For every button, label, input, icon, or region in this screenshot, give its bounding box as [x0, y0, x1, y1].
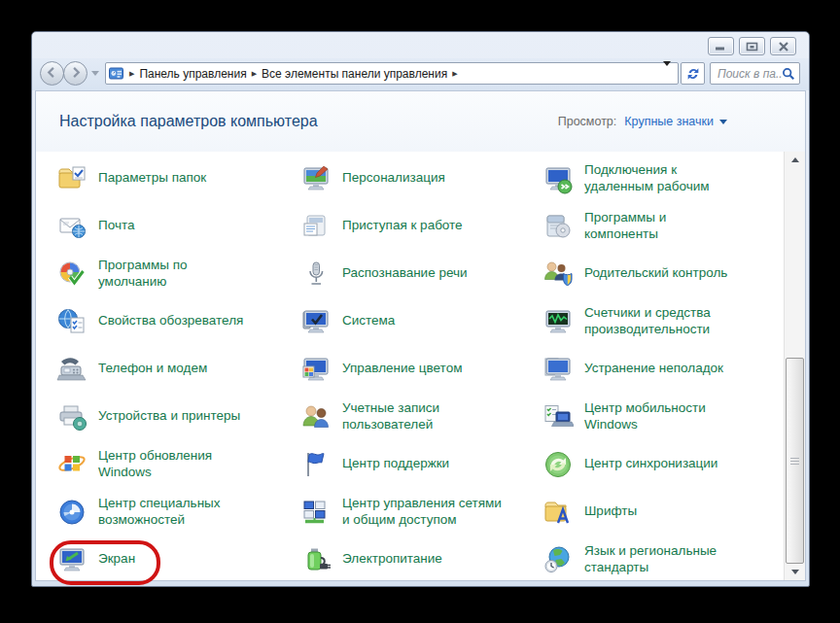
scroll-up-button[interactable] — [785, 152, 805, 168]
view-label: Просмотр: — [558, 115, 617, 128]
maximize-icon — [746, 42, 758, 52]
close-button[interactable] — [770, 37, 796, 55]
minimize-button[interactable] — [708, 37, 734, 55]
item-label: Учетные записи пользователей — [342, 400, 439, 433]
search-icon — [782, 67, 795, 81]
mobility-center-icon — [542, 401, 574, 433]
refresh-button[interactable] — [681, 62, 705, 85]
fonts-icon — [542, 497, 574, 528]
item-label: Подключения к удаленным рабочим — [584, 162, 710, 194]
troubleshooting-icon — [542, 354, 574, 385]
item-label: Родительский контроль — [584, 265, 727, 281]
breadcrumb-separator-icon: ▶ — [252, 70, 257, 78]
item-label: Центр поддержки — [342, 456, 449, 471]
item-region-language[interactable]: Язык и региональные стандарты — [542, 536, 784, 583]
devices-printers-icon — [56, 401, 88, 433]
item-action-center[interactable]: Центр поддержки — [300, 440, 542, 488]
parental-controls-icon — [542, 259, 574, 290]
title-bar[interactable] — [32, 32, 809, 58]
item-speech-recognition[interactable]: Распознавание речи — [300, 250, 542, 297]
back-arrow-icon — [46, 66, 58, 82]
item-internet-options[interactable]: Свойства обозревателя — [56, 297, 300, 345]
item-devices-printers[interactable]: Устройства и принтеры — [56, 393, 300, 440]
folder-options-icon — [56, 163, 88, 194]
triangle-up-icon — [791, 157, 799, 162]
view-mode-button[interactable]: Крупные значки — [624, 115, 727, 128]
items-area: Параметры папокПочтаПрограммы по умолчан… — [36, 152, 805, 580]
item-remote-desktop[interactable]: Подключения к удаленным рабочим — [542, 155, 784, 202]
breadcrumb-separator-icon: ▶ — [452, 70, 457, 78]
windows-update-icon — [56, 449, 88, 480]
item-label: Почта — [98, 218, 135, 233]
item-label: Центр управления сетями и общим доступом — [342, 496, 502, 528]
item-ease-of-access[interactable]: Центр специальных возможностей — [56, 488, 300, 536]
item-label: Программы по умолчанию — [98, 258, 188, 290]
item-label: Шрифты — [584, 503, 637, 519]
address-dropdown-button[interactable] — [659, 64, 675, 83]
forward-button[interactable] — [63, 61, 88, 86]
refresh-icon — [685, 66, 701, 82]
item-troubleshooting[interactable]: Устранение неполадок — [542, 345, 784, 393]
item-label: Устранение неполадок — [584, 361, 723, 376]
item-personalization[interactable]: Персонализация — [300, 155, 542, 202]
item-sync-center[interactable]: Центр синхронизации — [542, 440, 784, 488]
item-label: Свойства обозревателя — [98, 313, 243, 329]
color-management-icon — [300, 354, 332, 385]
item-power-options[interactable]: Электропитание — [300, 536, 542, 583]
item-label: Устройства и принтеры — [98, 408, 240, 424]
system-icon — [300, 306, 332, 337]
search-input[interactable]: Поиск в па... — [710, 62, 800, 85]
remote-desktop-icon — [542, 163, 574, 194]
item-performance[interactable]: Счетчики и средства производительности — [542, 297, 784, 345]
ease-of-access-icon — [56, 497, 88, 528]
getting-started-icon — [300, 211, 332, 242]
back-button[interactable] — [40, 61, 64, 86]
scrollbar-thumb[interactable] — [786, 358, 804, 564]
breadcrumb-item[interactable]: Панель управления — [139, 67, 246, 81]
item-default-programs[interactable]: Программы по умолчанию — [56, 250, 300, 297]
item-phone-modem[interactable]: Телефон и модем — [56, 345, 300, 393]
breadcrumb-item[interactable]: Все элементы панели управления — [262, 67, 447, 81]
item-label: Экран — [98, 551, 135, 567]
item-mail[interactable]: Почта — [56, 202, 300, 250]
chevron-down-icon — [663, 61, 671, 81]
item-label: Система — [342, 313, 395, 329]
maximize-button[interactable] — [739, 37, 765, 55]
item-network-sharing[interactable]: Центр управления сетями и общим доступом — [300, 488, 542, 536]
item-getting-started[interactable]: Приступая к работе — [300, 202, 542, 250]
control-panel-icon — [109, 67, 124, 81]
item-display[interactable]: Экран — [56, 536, 300, 583]
default-programs-icon — [56, 259, 88, 290]
power-options-icon — [300, 544, 332, 575]
page-header: Настройка параметров компьютера Просмотр… — [36, 91, 805, 152]
navigation-bar: ▶ Панель управления▶Все элементы панели … — [32, 58, 809, 90]
control-panel-grid: Параметры папокПочтаПрограммы по умолчан… — [36, 152, 784, 580]
item-label: Параметры папок — [98, 170, 206, 186]
address-bar[interactable]: ▶ Панель управления▶Все элементы панели … — [105, 62, 679, 85]
programs-features-icon — [542, 211, 574, 242]
item-parental-controls[interactable]: Родительский контроль — [542, 250, 784, 297]
item-user-accounts[interactable]: Учетные записи пользователей — [300, 393, 542, 440]
personalization-icon — [300, 163, 332, 194]
item-fonts[interactable]: Шрифты — [542, 488, 784, 536]
item-programs-features[interactable]: Программы и компоненты — [542, 202, 784, 250]
item-color-management[interactable]: Управление цветом — [300, 345, 542, 393]
recent-pages-chevron-icon[interactable] — [91, 71, 99, 76]
region-language-icon — [542, 544, 574, 575]
item-label: Персонализация — [342, 170, 445, 186]
vertical-scrollbar[interactable] — [784, 152, 805, 580]
item-label: Центр синхронизации — [584, 456, 718, 471]
scrollbar-track[interactable] — [785, 168, 805, 564]
user-accounts-icon — [300, 401, 332, 433]
action-center-icon — [300, 449, 332, 480]
item-mobility-center[interactable]: Центр мобильности Windows — [542, 393, 784, 440]
item-folder-options[interactable]: Параметры папок — [56, 155, 300, 202]
breadcrumb: Панель управления▶Все элементы панели уп… — [139, 67, 462, 81]
mail-icon — [56, 211, 88, 242]
item-label: Электропитание — [342, 551, 442, 567]
breadcrumb-separator-icon: ▶ — [129, 70, 134, 78]
item-system[interactable]: Система — [300, 297, 542, 345]
scroll-down-button[interactable] — [785, 564, 805, 580]
item-windows-update[interactable]: Центр обновления Windows — [56, 440, 300, 488]
search-placeholder: Поиск в па... — [718, 67, 782, 81]
